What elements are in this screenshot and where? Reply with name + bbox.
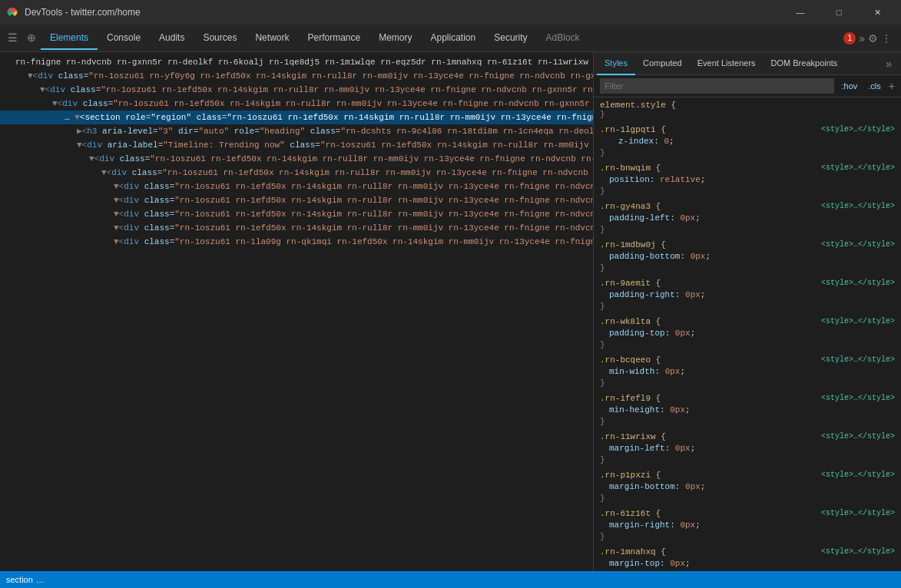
maximize-button[interactable]: □ — [821, 0, 856, 25]
dom-panel[interactable]: rn-fnigne rn-ndvcnb rn-gxnn5r rn-deolkf … — [0, 52, 594, 571]
main-content: rn-fnigne rn-ndvcnb rn-gxnn5r rn-deolkf … — [0, 52, 901, 571]
filter-bar: :hov .cls + — [594, 75, 901, 97]
css-rule-element-style: element.style { } — [600, 101, 895, 119]
dom-line[interactable]: ▼<div aria-label="Timeline: Trending now… — [0, 138, 593, 152]
tab-event-listeners[interactable]: Event Listeners — [690, 52, 764, 75]
filter-input[interactable] — [600, 78, 834, 94]
more-options-icon[interactable]: ⋮ — [881, 32, 892, 45]
tab-elements[interactable]: Elements — [41, 27, 98, 50]
filter-cls-button[interactable]: .cls — [865, 80, 884, 92]
chrome-icon — [6, 6, 18, 18]
title-bar: DevTools - twitter.com/home — □ ✕ — [0, 0, 901, 25]
tab-inspect[interactable]: ⊕ — [22, 27, 41, 50]
dom-line[interactable]: ▼<div class="rn-1oszu61 rn-1efd50x rn-14… — [0, 221, 593, 235]
close-button[interactable]: ✕ — [860, 0, 895, 25]
dom-line[interactable]: ▼<div class="rn-1oszu61 rn-1efd50x rn-14… — [0, 97, 593, 111]
title-bar-left: DevTools - twitter.com/home — [6, 6, 141, 18]
tab-application[interactable]: Application — [422, 27, 485, 50]
css-rule: .rn-11wrixw { <style>…</style> margin-le… — [600, 432, 895, 464]
tab-sources[interactable]: Sources — [194, 27, 246, 50]
tab-mobile-toggle[interactable]: ☰ — [3, 27, 22, 50]
tab-security[interactable]: Security — [485, 27, 536, 50]
css-rule: .rn-wk8lta { <style>…</style> padding-to… — [600, 317, 895, 349]
error-badge: 1 — [843, 32, 856, 45]
css-rule: .rn-1mdbw0j { <style>…</style> padding-b… — [600, 240, 895, 273]
status-bar: section … — [0, 571, 901, 588]
filter-hov-button[interactable]: :hov — [839, 80, 861, 92]
css-rule: .rn-9aemit { <style>…</style> padding-ri… — [600, 279, 895, 311]
status-bar-items: section … — [6, 575, 45, 584]
tab-network[interactable]: Network — [246, 27, 298, 50]
css-rule: .rn-1lgpqti { <style>…</style> z-index: … — [600, 125, 895, 157]
minimize-button[interactable]: — — [783, 0, 818, 25]
styles-tabs: Styles Computed Event Listeners DOM Brea… — [594, 52, 901, 75]
more-tabs-icon[interactable]: » — [859, 32, 865, 45]
tab-audits[interactable]: Audits — [150, 27, 194, 50]
css-rule: .rn-gy4na3 { <style>…</style> padding-le… — [600, 202, 895, 234]
dom-line[interactable]: ▼<div class="rn-1oszu61 rn-yf0y6g rn-1ef… — [0, 69, 593, 83]
dom-line[interactable]: ▼<div class="rn-1oszu61 rn-1efd50x rn-14… — [0, 83, 593, 97]
dom-line[interactable]: ▼<div class="rn-1oszu61 rn-1efd50x rn-14… — [0, 166, 593, 180]
dom-line[interactable]: ▼<div class="rn-1oszu61 rn-1efd50x rn-14… — [0, 207, 593, 221]
settings-icon[interactable]: ⚙ — [868, 32, 878, 45]
css-rule: .rn-61z16t { <style>…</style> margin-rig… — [600, 509, 895, 541]
tab-dom-breakpoints[interactable]: DOM Breakpoints — [764, 52, 846, 75]
tab-memory[interactable]: Memory — [369, 27, 421, 50]
tab-performance[interactable]: Performance — [298, 27, 369, 50]
styles-content[interactable]: element.style { } .rn-1lgpqti { <style>…… — [594, 97, 901, 571]
status-breadcrumb-ellipsis: … — [36, 575, 45, 584]
styles-panel: Styles Computed Event Listeners DOM Brea… — [594, 52, 901, 571]
more-styles-tabs[interactable]: » — [879, 58, 898, 70]
tab-console[interactable]: Console — [98, 27, 150, 50]
tab-styles[interactable]: Styles — [597, 52, 635, 75]
css-rule: .rn-p1pxzi { <style>…</style> margin-bot… — [600, 471, 895, 503]
filter-plus-button[interactable]: + — [889, 80, 895, 92]
dom-line[interactable]: ▼<div class="rn-1oszu61 rn-1efd50x rn-14… — [0, 180, 593, 193]
css-rule: .rn-bnwqim { <style>…</style> position: … — [600, 164, 895, 196]
devtools-tab-bar: ☰ ⊕ Elements Console Audits Sources Netw… — [0, 25, 901, 52]
css-rule: .rn-bcqeeo { <style>…</style> min-width:… — [600, 355, 895, 388]
dom-line[interactable]: ▼<div class="rn-1oszu61 rn-1efd50x rn-14… — [0, 152, 593, 166]
css-rule: .rn-ifefl9 { <style>…</style> min-height… — [600, 394, 895, 426]
tab-computed[interactable]: Computed — [635, 52, 690, 75]
dom-line[interactable]: ▼<div class="rn-1oszu61 rn-1la09g rn-qk1… — [0, 235, 593, 249]
dom-line[interactable]: ▼<div class="rn-1oszu61 rn-1efd50x rn-14… — [0, 193, 593, 207]
dom-line-selected[interactable]: … ▼<section role="region" class="rn-1osz… — [0, 111, 593, 124]
window-controls: — □ ✕ — [783, 0, 895, 25]
dom-line[interactable]: rn-fnigne rn-ndvcnb rn-gxnn5r rn-deolkf … — [0, 55, 593, 69]
window-title: DevTools - twitter.com/home — [25, 7, 141, 18]
status-breadcrumb-section[interactable]: section — [6, 575, 33, 584]
dom-line[interactable]: ▶<h3 aria-level="3" dir="auto" role="hea… — [0, 124, 593, 138]
tab-adblock[interactable]: AdBlock — [537, 27, 589, 50]
css-rule: .rn-1mnahxq { <style>…</style> margin-to… — [600, 547, 895, 571]
